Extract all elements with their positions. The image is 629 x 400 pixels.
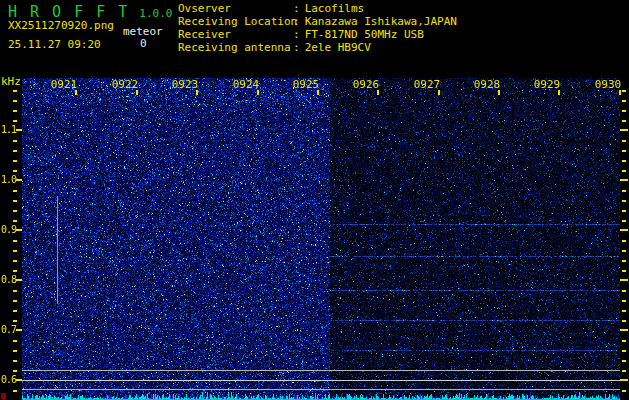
freq-minor-tick (622, 260, 626, 262)
freq-minor-tick (13, 100, 17, 102)
freq-minor-tick (622, 170, 626, 172)
freq-minor-tick (13, 120, 17, 122)
freq-minor-tick (13, 190, 17, 192)
freq-major-tick (620, 179, 628, 181)
freq-minor-tick (622, 90, 626, 92)
freq-tick-label: 0.7 (0, 324, 16, 335)
time-tick (136, 90, 138, 95)
info-value: Kanazawa Ishikawa,JAPAN (305, 15, 457, 28)
time-tick (558, 90, 560, 95)
time-label: 0926 (352, 79, 380, 91)
freq-major-tick (16, 279, 22, 281)
freq-major-tick (16, 329, 22, 331)
time-label: 0929 (533, 79, 561, 91)
freq-major-tick (16, 229, 22, 231)
info-separator: : (293, 41, 300, 54)
time-label: 0927 (413, 79, 441, 91)
freq-minor-tick (13, 340, 17, 342)
freq-minor-tick (622, 300, 626, 302)
freq-minor-tick (13, 90, 17, 92)
freq-minor-tick (13, 110, 17, 112)
freq-minor-tick (13, 370, 17, 372)
info-label: Receiving Location (178, 15, 293, 28)
time-tick (377, 90, 379, 95)
time-label: 0930 (594, 79, 622, 91)
freq-minor-tick (13, 170, 17, 172)
freq-minor-tick (13, 320, 17, 322)
freq-minor-tick (13, 300, 17, 302)
freq-minor-tick (622, 350, 626, 352)
freq-major-tick (16, 179, 22, 181)
time-tick (317, 90, 319, 95)
time-tick (257, 90, 259, 95)
freq-major-tick (16, 129, 22, 131)
info-separator: : (293, 28, 300, 41)
freq-minor-tick (622, 190, 626, 192)
time-label: 0922 (111, 79, 139, 91)
freq-minor-tick (622, 340, 626, 342)
freq-minor-tick (622, 210, 626, 212)
freq-minor-tick (13, 200, 17, 202)
time-label: 0924 (232, 79, 260, 91)
freq-minor-tick (13, 270, 17, 272)
spectrogram-canvas (22, 78, 620, 400)
freq-major-tick (16, 379, 22, 381)
hrofft-window: H R O F F T1.0.0 XX2511270920.png meteor… (0, 0, 629, 400)
freq-minor-tick (13, 150, 17, 152)
freq-minor-tick (622, 110, 626, 112)
freq-minor-tick (13, 290, 17, 292)
time-label: 0921 (50, 79, 78, 91)
info-value: 2ele HB9CV (305, 41, 371, 54)
freq-minor-tick (13, 250, 17, 252)
freq-minor-tick (622, 140, 626, 142)
info-label: Receiver (178, 28, 293, 41)
freq-axis-unit: kHz (1, 75, 21, 88)
freq-major-tick (620, 129, 628, 131)
freq-minor-tick (622, 320, 626, 322)
app-version: 1.0.0 (139, 7, 172, 20)
info-value: Lacofilms (305, 2, 365, 15)
freq-minor-tick (13, 260, 17, 262)
freq-major-tick (620, 329, 628, 331)
time-tick (438, 90, 440, 95)
freq-minor-tick (13, 350, 17, 352)
info-label: Receiving antenna (178, 41, 293, 54)
meteor-count: 0 (140, 38, 147, 50)
freq-minor-tick (13, 220, 17, 222)
info-label: Ovserver (178, 2, 293, 15)
time-tick (75, 90, 77, 95)
freq-minor-tick (622, 390, 626, 392)
freq-minor-tick (622, 220, 626, 222)
freq-minor-tick (622, 200, 626, 202)
freq-minor-tick (13, 240, 17, 242)
time-tick (498, 90, 500, 95)
freq-minor-tick (13, 210, 17, 212)
freq-major-tick (620, 229, 628, 231)
freq-tick-label: 0.9 (0, 224, 16, 235)
freq-minor-tick (622, 120, 626, 122)
freq-minor-tick (622, 290, 626, 292)
freq-minor-tick (622, 310, 626, 312)
info-row: Receiving antenna:2ele HB9CV (178, 41, 457, 54)
freq-minor-tick (622, 240, 626, 242)
corner-marker (1, 393, 6, 399)
freq-tick-label: 1.0 (0, 174, 16, 185)
freq-minor-tick (622, 160, 626, 162)
info-row: Receiver:FT-817ND 50MHz USB (178, 28, 457, 41)
time-label: 0923 (171, 79, 199, 91)
info-value: FT-817ND 50MHz USB (305, 28, 424, 41)
capture-datetime: 25.11.27 09:20 (8, 39, 101, 51)
freq-tick-label: 1.1 (0, 124, 16, 135)
freq-minor-tick (622, 250, 626, 252)
freq-minor-tick (13, 310, 17, 312)
freq-minor-tick (622, 270, 626, 272)
freq-tick-label: 0.8 (0, 274, 16, 285)
freq-minor-tick (13, 360, 17, 362)
freq-minor-tick (13, 140, 17, 142)
freq-major-tick (620, 279, 628, 281)
capture-filename: XX2511270920.png (8, 20, 114, 32)
freq-tick-label: 0.6 (0, 374, 16, 385)
time-tick (619, 90, 621, 95)
freq-minor-tick (13, 390, 17, 392)
freq-minor-tick (622, 150, 626, 152)
